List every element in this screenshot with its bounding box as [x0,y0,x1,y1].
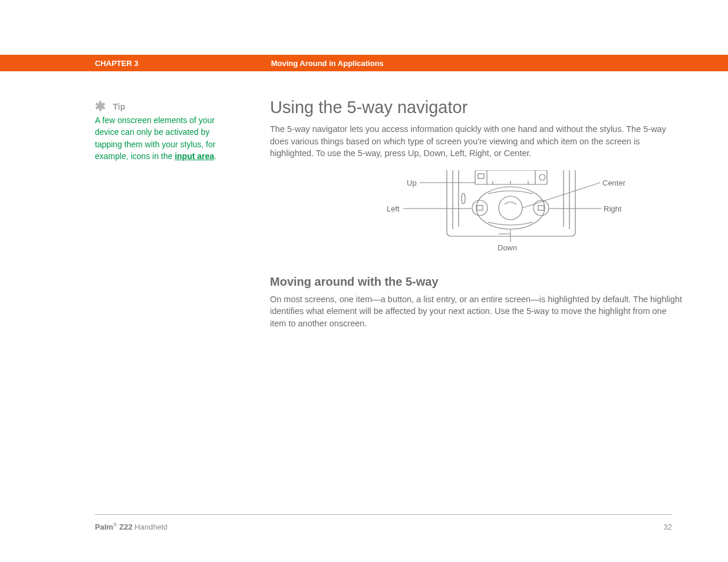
header-inner: CHAPTER 3 Moving Around in Applications [95,55,672,71]
svg-rect-16 [477,206,483,210]
diagram-label-right: Right [604,204,621,213]
navigator-diagram: Up Left Center Right Down [311,170,641,259]
product-suffix: Handheld [133,523,167,531]
header-bar: CHAPTER 3 Moving Around in Applications [0,55,728,71]
page-number: 32 [664,523,672,531]
page: CHAPTER 3 Moving Around in Applications … [0,0,728,562]
device-illustration-icon [311,170,641,259]
diagram-label-center: Center [602,178,625,187]
tip-label: Tip [113,102,125,111]
model: Z22 [117,523,133,531]
svg-rect-17 [538,206,544,210]
section-heading: Moving around with the 5-way [270,275,683,289]
asterisk-icon: ✱ [95,101,106,112]
tip-sidebar: ✱ Tip A few onscreen elements of your de… [95,101,235,162]
tip-header: ✱ Tip [95,101,235,112]
diagram-label-left: Left [387,204,400,213]
diagram-label-up: Up [407,178,417,187]
chapter-label: CHAPTER 3 [95,59,139,68]
intro-paragraph: The 5-way navigator lets you access info… [270,123,683,160]
input-area-link[interactable]: input area [174,151,214,161]
svg-rect-4 [475,170,547,184]
svg-line-21 [522,183,600,208]
svg-point-12 [476,187,545,229]
section-paragraph: On most screens, one item—a button, a li… [270,293,683,330]
registered-mark: ® [113,522,117,528]
svg-rect-7 [478,174,484,178]
main-content: Using the 5-way navigator The 5-way navi… [270,98,683,329]
svg-point-15 [533,200,549,216]
svg-point-18 [462,193,465,204]
svg-point-13 [499,196,522,220]
product-name: Palm® Z22 Handheld [95,522,167,531]
footer: Palm® Z22 Handheld 32 [95,522,672,531]
breadcrumb: Moving Around in Applications [271,59,384,68]
footer-rule [95,514,672,515]
svg-point-14 [472,200,487,216]
svg-point-8 [539,174,545,180]
brand: Palm [95,523,113,531]
tip-text-after: . [214,151,216,161]
page-title: Using the 5-way navigator [270,98,683,117]
tip-body: A few onscreen elements of your device c… [95,114,235,162]
diagram-label-down: Down [498,243,517,252]
